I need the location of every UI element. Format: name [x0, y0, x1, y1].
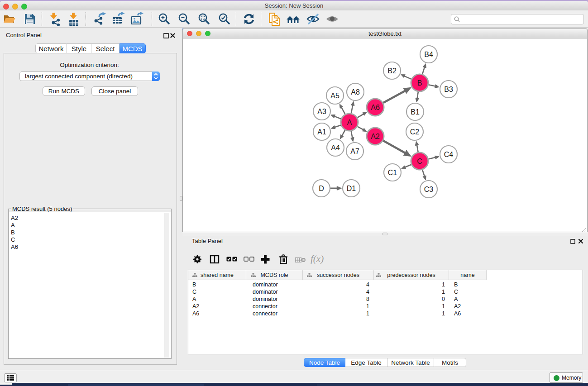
- svg-text:C: C: [417, 157, 422, 165]
- svg-text:C4: C4: [444, 151, 454, 158]
- svg-text:A8: A8: [351, 88, 360, 96]
- svg-text:B3: B3: [444, 86, 453, 93]
- svg-text:C3: C3: [424, 186, 434, 193]
- svg-text:A6: A6: [371, 104, 380, 111]
- svg-text:D1: D1: [347, 185, 356, 192]
- svg-text:D: D: [319, 185, 324, 192]
- svg-text:B1: B1: [411, 108, 420, 116]
- svg-text:A1: A1: [317, 128, 326, 136]
- svg-text:A3: A3: [317, 108, 326, 115]
- svg-text:B4: B4: [424, 51, 433, 58]
- svg-text:A: A: [347, 119, 352, 126]
- svg-text:A7: A7: [350, 148, 359, 155]
- svg-text:C1: C1: [388, 169, 397, 176]
- svg-text:A4: A4: [331, 144, 340, 152]
- svg-text:A5: A5: [330, 92, 339, 100]
- svg-text:A2: A2: [371, 133, 380, 140]
- svg-text:B2: B2: [387, 67, 397, 75]
- svg-text:B: B: [417, 79, 422, 87]
- svg-text:C2: C2: [410, 128, 420, 136]
